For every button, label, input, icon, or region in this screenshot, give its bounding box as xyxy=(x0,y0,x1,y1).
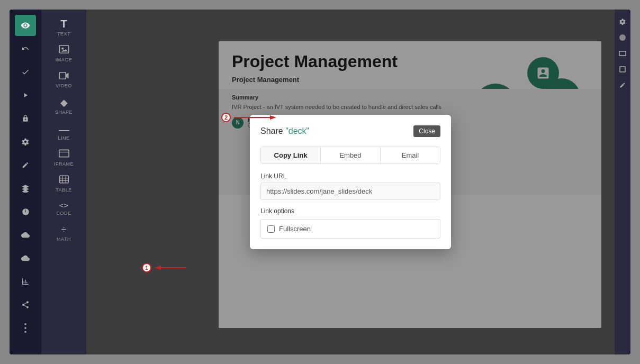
app-frame: T TEXT IMAGE VIDEO ◆ SHAPE LINE xyxy=(10,10,630,354)
line-icon xyxy=(59,123,69,134)
iframe-icon xyxy=(59,149,69,160)
annotation-1-number: 1 xyxy=(142,263,151,272)
annotation-2: 2 xyxy=(221,113,276,122)
tool-line[interactable]: LINE xyxy=(46,120,83,144)
tool-video-label: VIDEO xyxy=(56,83,72,88)
sidebar-icon-clock[interactable] xyxy=(15,201,36,222)
sidebar-icon-settings[interactable] xyxy=(15,131,36,152)
modal-close-button[interactable]: Close xyxy=(413,125,440,137)
svg-rect-3 xyxy=(59,46,69,53)
sidebar-icon-pen[interactable] xyxy=(15,154,36,176)
shape-icon: ◆ xyxy=(60,97,68,108)
sidebar-icon-chart[interactable] xyxy=(15,271,36,292)
text-icon: T xyxy=(60,18,67,30)
annotation-1-arrow xyxy=(155,263,186,272)
fullscreen-option[interactable]: Fullscreen xyxy=(267,225,434,233)
sidebar-icons xyxy=(10,10,41,354)
tool-text[interactable]: T TEXT xyxy=(46,15,83,40)
sidebar-icon-eye[interactable] xyxy=(15,15,36,36)
annotation-2-arrow xyxy=(234,113,276,122)
table-icon xyxy=(59,175,69,186)
tab-email[interactable]: Email xyxy=(381,147,440,163)
sidebar-icon-lock[interactable] xyxy=(15,108,36,129)
svg-rect-19 xyxy=(620,67,625,72)
image-icon xyxy=(59,45,69,56)
right-panel-settings[interactable] xyxy=(616,15,629,28)
svg-marker-15 xyxy=(155,266,161,270)
tool-code-label: CODE xyxy=(56,211,71,216)
modal-overlay: Share "deck" Close Copy Link Embed Email… xyxy=(86,10,615,354)
tool-iframe-label: IFRAME xyxy=(54,161,74,167)
right-panel-circle[interactable] xyxy=(616,31,629,44)
tool-line-label: LINE xyxy=(58,135,69,141)
right-panel-pen[interactable] xyxy=(616,79,629,92)
svg-marker-17 xyxy=(270,115,276,120)
link-options-section: Link options Fullscreen xyxy=(260,207,440,239)
code-icon: <> xyxy=(59,201,68,210)
fullscreen-label: Fullscreen xyxy=(279,225,311,233)
sidebar-icon-undo[interactable] xyxy=(15,38,36,59)
tool-text-label: TEXT xyxy=(57,31,70,37)
link-url-input[interactable] xyxy=(260,183,440,200)
svg-rect-18 xyxy=(619,51,626,56)
sidebar-icon-check[interactable] xyxy=(15,61,36,83)
tab-embed[interactable]: Embed xyxy=(321,147,381,163)
link-url-label: Link URL xyxy=(260,172,440,180)
main-content: Project Management Project Management xyxy=(86,10,615,354)
link-url-section: Link URL xyxy=(260,172,440,207)
annotation-1: 1 xyxy=(142,263,186,272)
right-panel-square[interactable] xyxy=(616,63,629,76)
tool-image[interactable]: IMAGE xyxy=(46,42,83,66)
link-options-label: Link options xyxy=(260,207,440,215)
video-icon xyxy=(59,71,69,82)
tool-math[interactable]: ÷ MATH xyxy=(46,221,83,245)
tab-copy-link[interactable]: Copy Link xyxy=(261,147,321,163)
sidebar-icon-layers[interactable] xyxy=(15,178,36,199)
svg-rect-7 xyxy=(59,150,68,157)
svg-point-4 xyxy=(61,48,64,50)
tool-code[interactable]: <> CODE xyxy=(46,198,83,219)
tool-image-label: IMAGE xyxy=(56,57,73,62)
modal-tabs: Copy Link Embed Email xyxy=(260,147,440,164)
svg-point-1 xyxy=(24,327,26,329)
sidebar-tools: T TEXT IMAGE VIDEO ◆ SHAPE LINE xyxy=(41,10,86,354)
right-panel xyxy=(615,10,630,354)
right-panel-rect[interactable] xyxy=(616,47,629,60)
sidebar-icon-more[interactable] xyxy=(15,317,36,339)
tool-math-label: MATH xyxy=(57,236,71,242)
tool-iframe[interactable]: IFRAME xyxy=(46,146,83,170)
modal-title: Share "deck" xyxy=(260,126,309,136)
tool-video[interactable]: VIDEO xyxy=(46,68,83,92)
sidebar-icon-cloud2[interactable] xyxy=(15,248,36,269)
tool-table[interactable]: TABLE xyxy=(46,172,83,196)
share-modal: Share "deck" Close Copy Link Embed Email… xyxy=(250,115,451,249)
svg-rect-9 xyxy=(59,176,68,183)
svg-point-2 xyxy=(24,331,26,333)
sidebar-icon-play[interactable] xyxy=(15,85,36,106)
svg-point-0 xyxy=(24,323,26,325)
tool-shape-label: SHAPE xyxy=(55,110,73,115)
tool-table-label: TABLE xyxy=(56,187,71,193)
svg-rect-5 xyxy=(59,72,66,79)
sidebar-icon-share[interactable] xyxy=(15,294,36,315)
options-box: Fullscreen xyxy=(260,219,440,239)
annotation-2-number: 2 xyxy=(221,113,231,122)
math-icon: ÷ xyxy=(61,224,67,235)
fullscreen-checkbox[interactable] xyxy=(267,225,275,233)
tool-shape[interactable]: ◆ SHAPE xyxy=(46,94,83,118)
modal-header: Share "deck" Close xyxy=(260,125,440,137)
sidebar-icon-cloud[interactable] xyxy=(15,224,36,245)
